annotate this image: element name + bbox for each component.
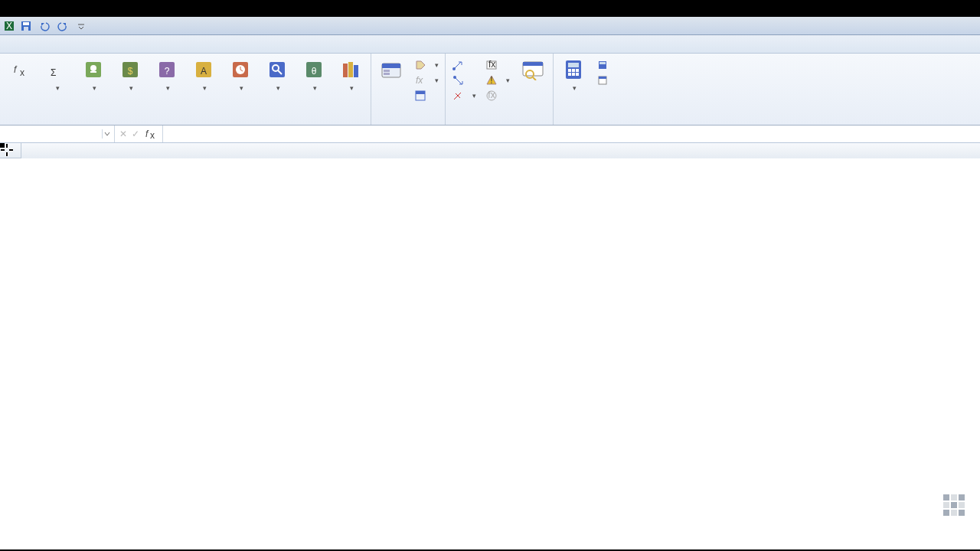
- evaluate-formula-button[interactable]: fx: [482, 89, 513, 103]
- svg-text:Σ: Σ: [51, 67, 56, 78]
- sigma-icon: Σ: [44, 57, 69, 82]
- svg-text:x: x: [20, 67, 24, 78]
- trace-precedents-icon: [452, 59, 464, 71]
- lookup-reference-button[interactable]: ▾: [260, 55, 294, 95]
- redo-button[interactable]: [55, 18, 70, 34]
- text-button[interactable]: A▾: [187, 55, 220, 95]
- svg-rect-45: [568, 69, 571, 72]
- calculation-options-button[interactable]: ▾: [557, 55, 590, 95]
- name-manager-button[interactable]: [374, 55, 408, 85]
- svg-text:x: x: [150, 130, 155, 140]
- calc-now-icon: [596, 59, 609, 71]
- svg-point-34: [453, 76, 456, 79]
- svg-rect-4: [24, 27, 28, 31]
- name-box-dropdown-icon[interactable]: [102, 129, 111, 139]
- svg-rect-19: [270, 62, 285, 77]
- calc-sheet-icon: [596, 74, 609, 86]
- calculate-now-button[interactable]: [593, 58, 615, 72]
- svg-rect-3: [23, 22, 29, 25]
- qat-customize-icon[interactable]: [74, 18, 89, 34]
- use-in-formula-button[interactable]: fx▾: [411, 73, 442, 87]
- svg-text:fx: fx: [488, 90, 495, 100]
- svg-rect-23: [343, 64, 348, 77]
- financial-button[interactable]: $▾: [113, 55, 147, 95]
- svg-text:$: $: [128, 66, 133, 77]
- define-name-button[interactable]: ▾: [411, 58, 442, 72]
- svg-text:f: f: [145, 129, 149, 139]
- name-box[interactable]: [0, 126, 115, 142]
- watch-window-button[interactable]: [516, 55, 550, 85]
- tag-icon: [414, 59, 426, 71]
- calculate-sheet-button[interactable]: [593, 73, 615, 87]
- svg-point-33: [452, 67, 456, 70]
- enter-formula-icon[interactable]: ✓: [132, 129, 139, 139]
- svg-rect-44: [568, 63, 579, 67]
- remove-arrows-icon: [452, 90, 464, 102]
- svg-rect-52: [599, 62, 606, 64]
- group-label-formula-auditing: [449, 122, 550, 125]
- selection-icon: [414, 90, 426, 102]
- cancel-formula-icon[interactable]: ✕: [119, 129, 127, 139]
- calculator-icon: [561, 57, 586, 82]
- svg-rect-32: [416, 91, 425, 94]
- recently-used-button[interactable]: ▾: [77, 55, 110, 95]
- svg-rect-25: [354, 65, 358, 77]
- group-label-defined-names: [374, 122, 442, 125]
- svg-text:!: !: [490, 75, 492, 86]
- select-all-corner[interactable]: [0, 143, 21, 158]
- formula-input[interactable]: [168, 129, 975, 139]
- date-time-button[interactable]: ▾: [224, 55, 257, 95]
- svg-rect-49: [572, 73, 575, 76]
- insert-function-button[interactable]: fx: [3, 55, 37, 85]
- book-text-icon: A: [191, 57, 216, 82]
- watch-window-icon: [521, 57, 545, 82]
- name-manager-icon: [379, 57, 403, 82]
- book-green-icon: [81, 57, 106, 82]
- undo-button[interactable]: [37, 18, 52, 34]
- book-question-icon: ?: [155, 57, 179, 82]
- show-formulas-button[interactable]: fx: [482, 58, 513, 72]
- trace-dependents-icon: [452, 74, 464, 86]
- fx-small-icon: fx: [414, 74, 426, 86]
- fx-icon[interactable]: fx: [144, 128, 158, 140]
- math-trig-button[interactable]: θ▾: [297, 55, 331, 95]
- svg-rect-47: [576, 69, 579, 72]
- save-button[interactable]: [18, 18, 34, 34]
- ribbon: fx Σ▾ ▾ $▾ ?▾ A▾ ▾ ▾ θ▾ ▾ ▾ fx▾: [0, 54, 980, 126]
- autosum-button[interactable]: Σ▾: [40, 55, 74, 95]
- ribbon-tabs: [0, 35, 980, 54]
- svg-text:f: f: [14, 64, 18, 75]
- book-theta-icon: θ: [302, 57, 326, 82]
- svg-rect-54: [599, 77, 606, 79]
- svg-text:fx: fx: [488, 60, 495, 70]
- create-from-selection-button[interactable]: [411, 89, 442, 103]
- trace-precedents-button[interactable]: [449, 58, 479, 72]
- group-label-calculation: [557, 122, 615, 125]
- book-search-icon: [265, 57, 289, 82]
- svg-rect-41: [523, 62, 543, 66]
- svg-text:?: ?: [165, 66, 170, 77]
- remove-arrows-button[interactable]: ▾: [449, 89, 479, 103]
- svg-text:A: A: [201, 66, 207, 77]
- error-check-icon: !: [485, 74, 498, 86]
- svg-rect-24: [348, 62, 353, 77]
- group-label-function-library: [3, 122, 368, 125]
- svg-point-9: [90, 65, 96, 71]
- trace-dependents-button[interactable]: [449, 73, 479, 87]
- name-box-input[interactable]: [5, 129, 109, 139]
- svg-rect-10: [90, 71, 96, 73]
- title-bar: X: [0, 17, 980, 35]
- svg-rect-46: [572, 69, 575, 72]
- formula-bar: ✕ ✓ fx: [0, 126, 980, 143]
- error-checking-button[interactable]: !▾: [482, 73, 513, 87]
- svg-text:X: X: [6, 21, 12, 31]
- logical-button[interactable]: ?▾: [150, 55, 184, 95]
- svg-text:fx: fx: [416, 75, 423, 86]
- more-functions-button[interactable]: ▾: [334, 55, 368, 95]
- fx-icon: fx: [8, 57, 32, 82]
- svg-rect-27: [382, 64, 400, 68]
- svg-rect-29: [384, 73, 390, 75]
- excel-icon: X: [3, 20, 15, 32]
- spreadsheet-grid[interactable]: [0, 143, 980, 549]
- book-money-icon: $: [118, 57, 142, 82]
